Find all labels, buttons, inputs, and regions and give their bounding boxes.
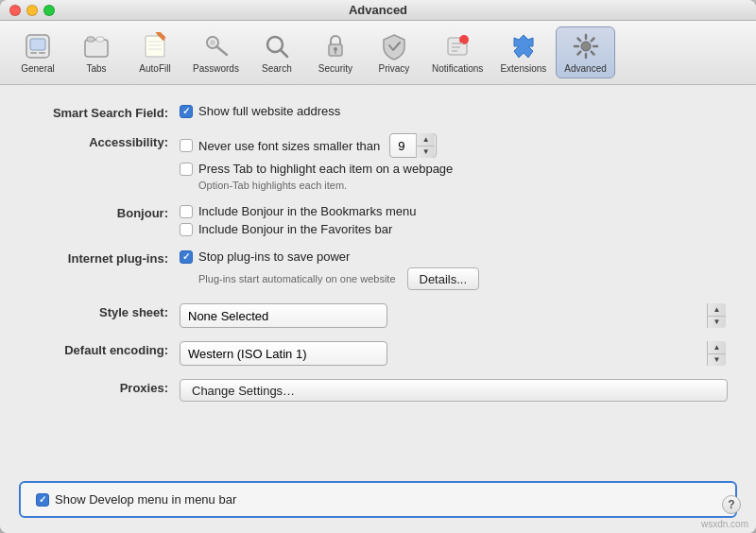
- develop-menu-checkbox[interactable]: [36, 493, 49, 507]
- encoding-label: Default encoding:: [28, 341, 180, 357]
- extensions-icon: [508, 31, 539, 61]
- encoding-up[interactable]: ▲: [708, 341, 726, 354]
- general-icon: [23, 31, 53, 61]
- maximize-button[interactable]: [43, 5, 55, 16]
- font-size-text: Never use font sizes smaller than: [198, 139, 380, 153]
- stylesheet-select[interactable]: None Selected ▲ ▼: [180, 303, 728, 328]
- toolbar-item-security[interactable]: Security: [307, 27, 364, 77]
- tab-highlight-option[interactable]: Press Tab to highlight each item on a we…: [180, 162, 728, 176]
- bonjour-bookmarks-checkbox[interactable]: [180, 205, 193, 218]
- svg-line-32: [591, 52, 593, 55]
- toolbar-item-notifications[interactable]: Notifications: [424, 27, 490, 77]
- search-icon: [262, 31, 292, 61]
- toolbar-item-advanced[interactable]: Advanced: [556, 26, 614, 78]
- svg-rect-6: [96, 37, 104, 42]
- proxies-label: Proxies:: [28, 379, 180, 395]
- advanced-label: Advanced: [564, 63, 606, 74]
- stop-plugins-text: Stop plug-ins to save power: [198, 249, 350, 264]
- autofill-icon: [140, 31, 170, 61]
- stylesheet-down[interactable]: ▼: [708, 317, 726, 329]
- font-size-option[interactable]: Never use font sizes smaller than: [180, 139, 380, 153]
- encoding-options: Western (ISO Latin 1) ▲ ▼: [180, 341, 728, 366]
- svg-line-33: [591, 39, 593, 42]
- toolbar-item-autofill[interactable]: AutoFill: [127, 27, 183, 77]
- svg-rect-1: [30, 39, 45, 50]
- general-label: General: [21, 63, 55, 74]
- bonjour-row: Bonjour: Include Bonjour in the Bookmark…: [28, 204, 728, 236]
- svg-line-31: [577, 39, 580, 42]
- bonjour-options: Include Bonjour in the Bookmarks menu In…: [180, 204, 728, 236]
- toolbar-item-tabs[interactable]: Tabs: [68, 27, 125, 77]
- stylesheet-dropdown[interactable]: None Selected: [180, 303, 387, 328]
- bonjour-favorites-option[interactable]: Include Bonjour in the Favorites bar: [180, 222, 728, 236]
- svg-rect-2: [30, 52, 37, 54]
- svg-marker-25: [514, 35, 533, 58]
- plugins-hint: Plug-ins start automatically on one webs…: [198, 273, 396, 284]
- stylesheet-stepper[interactable]: ▲ ▼: [707, 303, 726, 328]
- stylesheet-label: Style sheet:: [28, 303, 180, 319]
- toolbar-item-passwords[interactable]: Passwords: [185, 27, 247, 77]
- tab-highlight-checkbox[interactable]: [180, 163, 193, 176]
- font-size-stepper[interactable]: ▲ ▼: [416, 133, 435, 158]
- smart-search-label: Smart Search Field:: [28, 104, 180, 120]
- toolbar-item-extensions[interactable]: Extensions: [492, 27, 554, 77]
- plugins-options: Stop plug-ins to save power Plug-ins sta…: [180, 249, 728, 290]
- details-button[interactable]: Details...: [407, 267, 480, 290]
- preferences-window: Advanced General Tab: [0, 0, 756, 533]
- extensions-label: Extensions: [500, 63, 546, 74]
- settings-content: Smart Search Field: Show full website ad…: [0, 85, 756, 533]
- search-label: Search: [262, 63, 292, 74]
- help-button[interactable]: ?: [722, 495, 741, 514]
- accessibility-label: Accessibility:: [28, 133, 180, 149]
- tabs-label: Tabs: [86, 63, 106, 74]
- develop-menu-section: Show Develop menu in menu bar: [19, 481, 737, 518]
- change-settings-button[interactable]: Change Settings…: [180, 379, 728, 402]
- font-size-checkbox[interactable]: [180, 139, 193, 152]
- svg-rect-5: [87, 37, 94, 42]
- accessibility-options: Never use font sizes smaller than 9 10 1…: [180, 133, 728, 191]
- font-size-down[interactable]: ▼: [417, 146, 435, 159]
- font-size-select[interactable]: 9 10 11 12 ▲ ▼: [389, 133, 437, 158]
- autofill-label: AutoFill: [139, 63, 170, 74]
- develop-menu-option[interactable]: Show Develop menu in menu bar: [36, 492, 236, 507]
- encoding-dropdown[interactable]: Western (ISO Latin 1): [180, 341, 387, 366]
- svg-point-26: [581, 42, 591, 51]
- passwords-label: Passwords: [193, 63, 239, 74]
- encoding-down[interactable]: ▼: [708, 354, 726, 367]
- toolbar-item-search[interactable]: Search: [249, 27, 305, 77]
- svg-rect-3: [39, 52, 45, 54]
- notifications-icon: [442, 31, 472, 61]
- stop-plugins-option[interactable]: Stop plug-ins to save power: [180, 249, 728, 264]
- stylesheet-options: None Selected ▲ ▼: [180, 303, 728, 328]
- proxies-row: Proxies: Change Settings…: [28, 379, 728, 402]
- develop-menu-text: Show Develop menu in menu bar: [55, 492, 236, 507]
- svg-point-14: [210, 40, 215, 45]
- svg-rect-4: [85, 40, 108, 57]
- stop-plugins-checkbox[interactable]: [180, 250, 193, 264]
- accessibility-row: Accessibility: Never use font sizes smal…: [28, 133, 728, 191]
- stylesheet-up[interactable]: ▲: [708, 303, 726, 317]
- show-full-address-checkbox[interactable]: [180, 105, 193, 118]
- show-full-address-option[interactable]: Show full website address: [180, 104, 728, 118]
- encoding-row: Default encoding: Western (ISO Latin 1) …: [28, 341, 728, 366]
- minimize-button[interactable]: [26, 5, 38, 16]
- svg-point-18: [334, 47, 337, 51]
- tab-highlight-text: Press Tab to highlight each item on a we…: [198, 162, 453, 176]
- passwords-icon: [200, 31, 231, 61]
- smart-search-row: Smart Search Field: Show full website ad…: [28, 104, 728, 120]
- bonjour-bookmarks-option[interactable]: Include Bonjour in the Bookmarks menu: [180, 204, 728, 218]
- bonjour-favorites-checkbox[interactable]: [180, 223, 193, 236]
- toolbar-item-privacy[interactable]: Privacy: [366, 27, 422, 77]
- toolbar-item-general[interactable]: General: [9, 27, 66, 77]
- stylesheet-row: Style sheet: None Selected ▲ ▼: [28, 303, 728, 328]
- bonjour-label: Bonjour:: [28, 204, 180, 220]
- font-size-up[interactable]: ▲: [417, 133, 435, 146]
- font-size-row: Never use font sizes smaller than 9 10 1…: [180, 133, 728, 158]
- titlebar: Advanced: [0, 0, 756, 21]
- notifications-label: Notifications: [432, 63, 483, 74]
- encoding-select[interactable]: Western (ISO Latin 1) ▲ ▼: [180, 341, 728, 366]
- bonjour-favorites-text: Include Bonjour in the Favorites bar: [198, 222, 392, 236]
- toolbar: General Tabs: [0, 21, 756, 85]
- close-button[interactable]: [9, 5, 21, 16]
- encoding-stepper[interactable]: ▲ ▼: [707, 341, 726, 366]
